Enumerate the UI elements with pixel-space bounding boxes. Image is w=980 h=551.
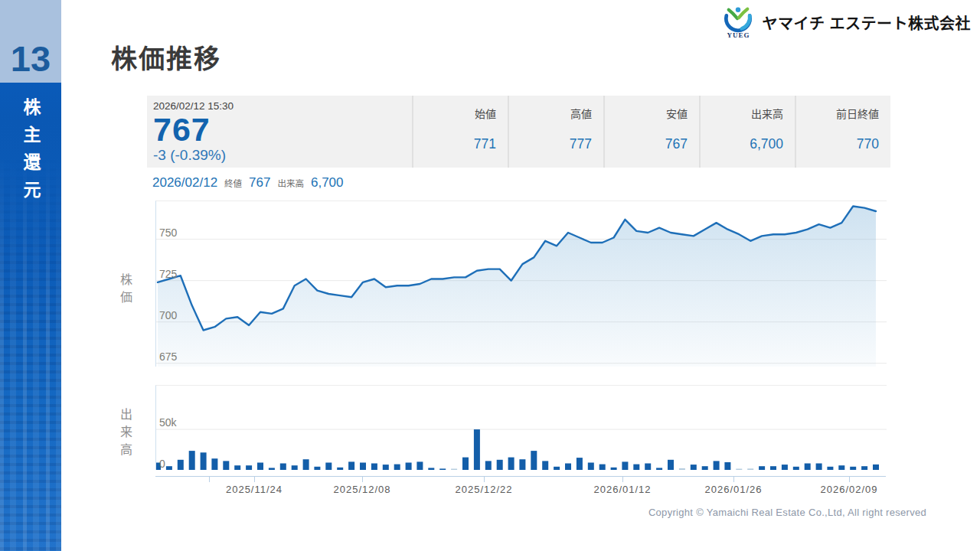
- volume-bar: [827, 467, 833, 470]
- volume-bar: [668, 460, 674, 470]
- date-axis-label: 2026/02/09: [820, 484, 877, 495]
- date-axis-tick: [484, 476, 485, 482]
- slide: 13 株主還元 株価推移 YUEG ヤマイチ エステート株式会社 2026/02…: [0, 0, 980, 551]
- date-axis-tick: [254, 476, 255, 482]
- volume-bar: [497, 460, 503, 470]
- quote-datetime: 2026/02/12 15:30: [153, 100, 412, 112]
- date-axis-tick: [622, 476, 623, 482]
- volume-bar: [622, 461, 628, 470]
- page-title: 株価推移: [111, 38, 221, 76]
- price-chart-svg: [156, 201, 887, 367]
- sidebar-section-label: 株主還元: [18, 98, 44, 208]
- price-chart: 750725700675: [155, 201, 887, 367]
- price-ytick-label: 725: [159, 268, 177, 280]
- volume-bar: [565, 464, 571, 471]
- volume-bar: [542, 461, 548, 470]
- volume-bar: [428, 468, 434, 470]
- price-change: -3 (-0.39%): [153, 147, 412, 164]
- volume-bar: [325, 463, 332, 471]
- volume-bar: [577, 458, 583, 470]
- subline-volume-value: 6,700: [311, 175, 344, 191]
- company-logo: YUEG ヤマイチ エステート株式会社: [720, 6, 971, 39]
- open-label: 始値: [425, 106, 496, 121]
- volume-bar: [702, 466, 708, 470]
- volume-bar: [770, 466, 776, 470]
- volume-label: 出来高: [712, 106, 783, 121]
- price-ytick-label: 675: [159, 350, 177, 363]
- quote-subline: 2026/02/12 終値 767 出来高 6,700: [152, 175, 344, 191]
- copyright-text: Copyright © Yamaichi Real Estate Co.,Ltd…: [648, 507, 926, 518]
- quote-col-high: 高値 777: [508, 96, 603, 168]
- volume-bar: [645, 464, 651, 471]
- volume-bar: [257, 463, 263, 471]
- date-axis-label: 2026/01/26: [704, 484, 762, 495]
- volume-bar: [782, 465, 788, 470]
- volume-bar: [337, 468, 343, 470]
- volume-bar: [588, 463, 594, 471]
- volume-ytick-label: 50k: [159, 416, 177, 429]
- volume-bar: [714, 461, 720, 470]
- quote-col-prev-close: 前日終値 770: [795, 96, 890, 168]
- volume-bar: [292, 465, 298, 470]
- volume-bar: [850, 467, 856, 470]
- volume-bar: [759, 466, 765, 470]
- sidebar-section-wrap: 株主還元: [0, 98, 61, 208]
- volume-bar: [234, 465, 240, 470]
- volume-bar: [314, 467, 320, 470]
- price-area-fill: [158, 207, 876, 367]
- price-ytick-label: 700: [159, 309, 177, 321]
- volume-bar: [211, 458, 217, 470]
- volume-bar: [816, 464, 822, 471]
- volume-bar: [416, 461, 423, 470]
- volume-bar: [246, 465, 252, 470]
- volume-bar: [805, 464, 811, 471]
- volume-chart: 50k0: [155, 385, 887, 470]
- volume-bar: [838, 465, 844, 470]
- volume-bar: [554, 467, 560, 470]
- volume-bar: [633, 465, 639, 470]
- date-axis-label: 2025/12/22: [455, 484, 512, 495]
- volume-bar: [531, 451, 537, 470]
- volume-bar: [280, 464, 286, 471]
- subline-date: 2026/02/12: [152, 175, 217, 191]
- logo-symbol-text: YUEG: [727, 31, 750, 39]
- volume-bar: [736, 469, 742, 471]
- volume-bar: [269, 468, 275, 470]
- page-number: 13: [11, 41, 51, 77]
- volume-bar: [383, 465, 389, 470]
- volume-bar: [724, 462, 730, 470]
- volume-bar: [223, 461, 229, 470]
- volume-bar: [508, 458, 514, 470]
- quote-main-cell: 2026/02/12 15:30 767 -3 (-0.39%): [147, 96, 412, 168]
- cityscape-background: [0, 0, 61, 551]
- sidebar: 13 株主還元: [0, 0, 61, 551]
- high-label: 高値: [521, 106, 592, 121]
- volume-bar: [656, 468, 662, 470]
- volume-bar: [178, 460, 184, 470]
- price-ytick-label: 750: [159, 227, 177, 239]
- subline-close-label: 終値: [224, 177, 242, 189]
- volume-bar: [599, 465, 606, 470]
- volume-bar: [611, 468, 617, 470]
- volume-bar: [406, 463, 412, 471]
- date-axis-tick: [849, 476, 850, 482]
- open-value: 771: [425, 136, 496, 152]
- volume-bar: [861, 466, 867, 470]
- quote-col-open: 始値 771: [412, 96, 508, 168]
- volume-bar: [519, 459, 525, 470]
- volume-chart-svg: [156, 386, 887, 470]
- volume-bar: [166, 466, 172, 470]
- date-axis-label: 2025/12/08: [333, 484, 390, 495]
- volume-bar: [679, 468, 685, 470]
- date-axis-tick: [209, 476, 210, 482]
- company-name: ヤマイチ エステート株式会社: [762, 11, 971, 34]
- volume-bar: [747, 468, 753, 470]
- volume-bar: [462, 458, 469, 470]
- prev-close-label: 前日終値: [808, 106, 879, 121]
- price-axis-title: 株価: [116, 273, 134, 308]
- date-axis-tick: [733, 476, 734, 482]
- date-axis-label: 2025/11/24: [226, 484, 283, 495]
- subline-volume-label: 出来高: [277, 177, 304, 189]
- volume-bar: [793, 467, 799, 470]
- low-value: 767: [616, 136, 688, 152]
